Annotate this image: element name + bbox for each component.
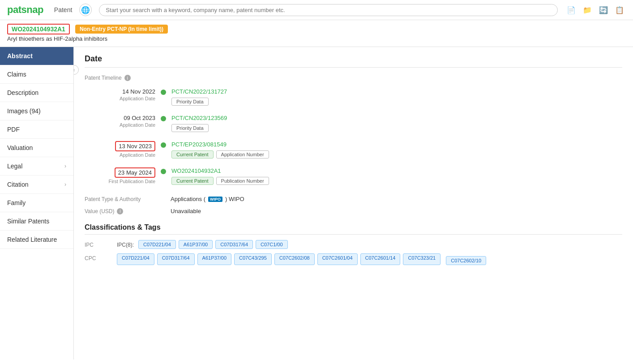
cpc-tag-0[interactable]: C07D221/04 (117, 253, 154, 265)
sidebar-item-related-literature[interactable]: Related Literature (0, 231, 73, 249)
content-area: ‹ Date Patent Timeline i 14 Nov 2022 App… (74, 47, 633, 360)
sidebar-item-citation[interactable]: Citation › (0, 176, 73, 194)
timeline-tags-4: Current Patent Publication Number (171, 177, 269, 185)
timeline-content-2: PCT/CN2023/123569 Priority Data (171, 115, 227, 132)
refresh-icon[interactable]: 🔄 (597, 4, 610, 16)
cpc-tags: C07D221/04 C07D317/64 A61P37/00 C07C43/2… (117, 253, 486, 265)
patent-type-label: Patent Type & Authority (85, 196, 165, 202)
tag-publication-number-4[interactable]: Publication Number (216, 177, 269, 185)
patent-type-value: Applications ( WIPO ) WIPO (171, 196, 244, 202)
cpc-tag-7[interactable]: C07C323/21 (403, 253, 441, 265)
timeline-tags-3: Current Patent Application Number (171, 150, 269, 158)
header-icons: 📄 📁 🔄 📋 (565, 4, 626, 16)
timeline-content-4: WO2024104932A1 Current Patent Publicatio… (171, 167, 269, 185)
pct-link-3[interactable]: PCT/EP2023/081549 (171, 141, 269, 148)
timeline-date-4: 23 May 2024 (118, 169, 152, 176)
timeline-entry-3: 13 Nov 2023 Application Date PCT/EP2023/… (103, 141, 622, 158)
search-input[interactable] (106, 7, 551, 13)
cpc-tag-6[interactable]: C07C2601/14 (360, 253, 401, 265)
timeline-entries: 14 Nov 2022 Application Date PCT/CN2022/… (103, 88, 622, 185)
sidebar-item-valuation[interactable]: Valuation (0, 139, 73, 157)
app-header: patsnap Patent 🌐 📄 📁 🔄 📋 (0, 0, 633, 20)
timeline-sublabel-2: Application Date (103, 122, 155, 128)
timeline-tags-2: Priority Data (171, 124, 227, 132)
nav-patent[interactable]: Patent (54, 6, 72, 13)
timeline-info-icon[interactable]: i (124, 75, 131, 81)
value-value: Unavailable (171, 208, 201, 214)
timeline-entry-4: 23 May 2024 First Publication Date WO202… (103, 167, 622, 185)
sidebar-item-family[interactable]: Family (0, 194, 73, 212)
patent-timeline-label: Patent Timeline i (85, 75, 622, 81)
tag-application-number-3[interactable]: Application Number (216, 150, 269, 158)
timeline-dot-3 (161, 142, 166, 148)
collapse-sidebar-button[interactable]: ‹ (74, 65, 79, 75)
tag-current-patent-4[interactable]: Current Patent (171, 177, 214, 185)
cpc-label: CPC (85, 253, 111, 261)
ipc-label: IPC (85, 240, 111, 248)
sidebar-item-pdf[interactable]: PDF (0, 120, 73, 139)
timeline-content-1: PCT/CN2022/131727 Priority Data (171, 88, 227, 106)
timeline-content-3: PCT/EP2023/081549 Current Patent Applica… (171, 141, 269, 158)
ipc-row: IPC IPC(8): C07D221/04 A61P37/00 C07D317… (85, 240, 622, 249)
cpc-tag-3[interactable]: C07C43/295 (234, 253, 272, 265)
sidebar-item-abstract[interactable]: Abstract (0, 47, 73, 65)
sidebar: Abstract Claims Description Images (94) … (0, 47, 74, 360)
timeline-dot-2 (161, 116, 166, 121)
timeline-date-3: 13 Nov 2023 (119, 143, 152, 150)
ipc-tag-2[interactable]: C07D317/64 (215, 240, 253, 249)
tag-priority-data-1[interactable]: Priority Data (171, 98, 209, 106)
ipc-prefix: IPC(8): (117, 240, 134, 249)
sidebar-item-description[interactable]: Description (0, 84, 73, 102)
value-row: Value (USD) i Unavailable (85, 208, 622, 214)
cpc-row: CPC C07D221/04 C07D317/64 A61P37/00 C07C… (85, 253, 622, 265)
sidebar-item-images[interactable]: Images (94) (0, 102, 73, 120)
patent-id[interactable]: WO2024104932A1 (7, 24, 70, 34)
sidebar-item-claims[interactable]: Claims (0, 65, 73, 84)
timeline-entry-2: 09 Oct 2023 Application Date PCT/CN2023/… (103, 115, 622, 132)
copy-icon[interactable]: 📋 (613, 4, 626, 16)
wipo-badge: WIPO (208, 197, 222, 202)
cpc-tag-4[interactable]: C07C2602/08 (274, 253, 315, 265)
date-section-title: Date (85, 54, 622, 68)
status-badge: Non-Entry PCT-NP (In time limit)) (75, 25, 168, 34)
search-bar[interactable] (99, 4, 558, 16)
patent-title: Aryl thioethers as HIF-2alpha inhibitors (0, 34, 633, 47)
cpc-tag-1[interactable]: C07D317/64 (157, 253, 195, 265)
timeline-date-2: 09 Oct 2023 (103, 115, 155, 121)
value-info-icon[interactable]: i (117, 208, 123, 214)
timeline-date-1: 14 Nov 2022 (103, 88, 155, 95)
timeline-tags-1: Priority Data (171, 98, 227, 106)
pct-link-1[interactable]: PCT/CN2022/131727 (171, 88, 227, 95)
pct-link-4[interactable]: WO2024104932A1 (171, 167, 269, 174)
folder-icon[interactable]: 📁 (581, 4, 594, 16)
timeline-dot-4 (161, 169, 166, 174)
timeline-sublabel-4: First Publication Date (103, 179, 155, 184)
timeline-sublabel-1: Application Date (103, 96, 155, 101)
sidebar-item-legal[interactable]: Legal › (0, 157, 73, 176)
ipc-tag-0[interactable]: C07D221/04 (138, 240, 176, 249)
arrow-icon: › (64, 163, 66, 169)
cpc-tag-5[interactable]: C07C2601/04 (317, 253, 358, 265)
classifications-title: Classifications & Tags (85, 223, 622, 235)
pct-link-2[interactable]: PCT/CN2023/123569 (171, 115, 227, 121)
tag-priority-data-2[interactable]: Priority Data (171, 124, 209, 132)
value-label: Value (USD) i (85, 208, 165, 214)
ipc-tags: IPC(8): C07D221/04 A61P37/00 C07D317/64 … (117, 240, 288, 249)
timeline-sublabel-3: Application Date (103, 152, 155, 158)
logo: patsnap (7, 4, 43, 16)
timeline-dot-1 (161, 90, 166, 95)
sidebar-item-similar-patents[interactable]: Similar Patents (0, 212, 73, 231)
cpc-tag-2[interactable]: A61P37/00 (197, 253, 231, 265)
cpc-tag-8[interactable]: C07C2602/10 (446, 256, 486, 265)
pdf-download-icon[interactable]: 📄 (565, 4, 577, 16)
arrow-icon: › (64, 181, 66, 188)
ipc-tag-3[interactable]: C07C1/00 (256, 240, 288, 249)
ipc-tag-1[interactable]: A61P37/00 (179, 240, 213, 249)
timeline-entry-1: 14 Nov 2022 Application Date PCT/CN2022/… (103, 88, 622, 106)
globe-icon[interactable]: 🌐 (79, 4, 92, 16)
patent-type-row: Patent Type & Authority Applications ( W… (85, 196, 622, 202)
tag-current-patent-3[interactable]: Current Patent (171, 150, 214, 158)
main-layout: Abstract Claims Description Images (94) … (0, 47, 633, 360)
